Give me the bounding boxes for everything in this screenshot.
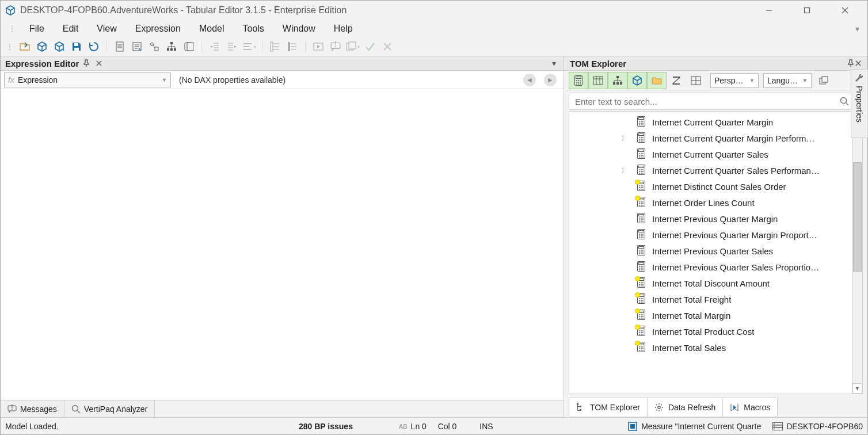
menu-edit[interactable]: Edit	[55, 21, 87, 36]
menu-file[interactable]: File	[21, 21, 52, 36]
svg-rect-32	[805, 8, 810, 13]
run-options-dropdown[interactable]	[345, 39, 361, 54]
dependencies-button[interactable]	[163, 39, 180, 54]
perspective-dropdown[interactable]: Persp… ▼	[710, 73, 759, 88]
filter-cubes-button[interactable]	[627, 72, 647, 89]
open-folder-button[interactable]	[17, 39, 33, 54]
tab-tom-explorer[interactable]: TOM Explorer	[569, 398, 648, 417]
filter-hierarchies-button[interactable]	[608, 72, 627, 89]
save-button[interactable]	[68, 39, 85, 54]
properties-tab-label: Properties	[855, 86, 864, 123]
filter-folders-button[interactable]	[647, 72, 667, 89]
tab-data-refresh[interactable]: Data Refresh	[648, 398, 723, 417]
tom-pin-icon[interactable]	[847, 59, 855, 67]
pin-icon[interactable]	[81, 58, 92, 68]
tree-item[interactable]: Internet Current Quarter Sales	[569, 146, 852, 162]
filter-measures-button[interactable]	[569, 72, 588, 89]
nav-forward-button[interactable]: ►	[544, 74, 557, 86]
status-bp-issues[interactable]: 280 BP issues	[299, 422, 353, 431]
measure-icon	[637, 116, 646, 128]
new-diagram-button[interactable]	[146, 39, 162, 54]
scroll-down-button[interactable]: ▼	[852, 383, 862, 394]
tree-item-label: Internet Distinct Count Sales Order	[652, 182, 786, 192]
properties-tab[interactable]: Properties	[851, 69, 868, 138]
tree-item[interactable]: Internet Previous Quarter Sales	[569, 243, 852, 259]
menu-window[interactable]: Window	[275, 21, 323, 36]
filter-partitions-button[interactable]	[686, 72, 706, 89]
tree-item[interactable]: Internet Total Freight	[569, 291, 852, 307]
comment-button[interactable]	[284, 39, 300, 54]
maximize-button[interactable]	[794, 2, 820, 19]
deploy-model-button[interactable]	[51, 39, 67, 54]
tree-item[interactable]: Internet Total Discount Amount	[569, 275, 852, 291]
tree-item[interactable]: Internet Total Product Cost	[569, 323, 852, 339]
nav-back-button[interactable]: ◄	[523, 74, 536, 86]
tree-item[interactable]: Internet Distinct Count Sales Order	[569, 178, 852, 194]
tom-search-box[interactable]: ▼	[569, 93, 863, 110]
left-pane: Expression Editor ▾ fx Expression ▼ (No …	[1, 56, 564, 417]
menu-view[interactable]: View	[89, 21, 124, 36]
tab-vertipaq-analyzer[interactable]: VertiPaq Analyzer	[64, 400, 155, 417]
tree-item[interactable]: 〉Internet Current Quarter Margin Perform…	[569, 130, 852, 146]
tree-item-label: Internet Previous Quarter Sales Proporti…	[652, 262, 819, 272]
tree-item[interactable]: Internet Total Margin	[569, 307, 852, 323]
outdent-button[interactable]	[207, 39, 223, 54]
tree-item[interactable]: Internet Current Quarter Margin	[569, 114, 852, 130]
menu-help[interactable]: Help	[326, 21, 361, 36]
tree-item-label: Internet Current Quarter Margin	[652, 117, 773, 127]
language-dropdown[interactable]: Langu… ▼	[763, 73, 812, 88]
new-query-button[interactable]	[129, 39, 145, 54]
refresh-button[interactable]	[86, 39, 102, 54]
new-script-button[interactable]	[112, 39, 128, 54]
tom-search-input[interactable]	[574, 96, 837, 107]
accept-button[interactable]	[362, 39, 378, 54]
debug-button[interactable]	[328, 39, 344, 54]
filter-columns-button[interactable]	[588, 72, 608, 89]
svg-rect-41	[271, 42, 273, 51]
measure-icon	[637, 277, 646, 289]
minimize-button[interactable]	[756, 2, 782, 19]
tom-scrollbar[interactable]: ▲ ▼	[852, 112, 862, 394]
panel-overflow-icon[interactable]: ▾	[549, 58, 559, 68]
menu-expression[interactable]: Expression	[127, 21, 189, 36]
expand-chevron-icon[interactable]: 〉	[620, 166, 628, 175]
connect-model-button[interactable]	[34, 39, 50, 54]
menubar-overflow-icon[interactable]: ▾	[855, 24, 859, 33]
expression-editor-body[interactable]	[1, 89, 564, 400]
chevron-down-icon: ▼	[749, 78, 755, 83]
tab-messages-label: Messages	[20, 405, 57, 414]
run-button[interactable]	[310, 39, 326, 54]
scroll-track[interactable]	[852, 122, 862, 383]
tab-messages[interactable]: Messages	[1, 400, 64, 417]
svg-rect-40	[187, 43, 194, 51]
status-server-group: DESKTOP-4FOPB60	[772, 422, 863, 431]
format-dropdown[interactable]	[241, 39, 257, 54]
measure-icon	[637, 165, 646, 176]
tree-item[interactable]: Internet Previous Quarter Margin	[569, 211, 852, 227]
indent-button[interactable]	[224, 39, 240, 54]
expression-type-dropdown[interactable]: fx Expression ▼	[4, 72, 171, 87]
restore-window-button[interactable]	[816, 73, 831, 88]
tab-macros[interactable]: Macros	[723, 398, 778, 417]
tree-item[interactable]: Internet Previous Quarter Margin Proport…	[569, 227, 852, 243]
tom-close-icon[interactable]	[855, 60, 862, 67]
cancel-button[interactable]	[379, 39, 395, 54]
close-button[interactable]	[832, 2, 858, 19]
menu-model[interactable]: Model	[191, 21, 233, 36]
tree-item[interactable]: Internet Order Lines Count	[569, 194, 852, 211]
tree-item[interactable]: 〉Internet Current Quarter Sales Performa…	[569, 162, 852, 178]
filter-sort-button[interactable]	[667, 72, 686, 89]
search-icon[interactable]	[840, 97, 849, 106]
scroll-thumb[interactable]	[853, 162, 862, 272]
tree-item[interactable]: Internet Previous Quarter Sales Proporti…	[569, 259, 852, 275]
preview-data-button[interactable]	[181, 39, 197, 54]
expand-chevron-icon[interactable]: 〉	[620, 134, 628, 143]
tom-explorer-header: TOM Explorer	[564, 56, 867, 71]
tree-item[interactable]: Internet Total Sales	[569, 339, 852, 356]
uncomment-button[interactable]	[267, 39, 283, 54]
measure-icon	[637, 229, 646, 241]
menu-tools[interactable]: Tools	[234, 21, 272, 36]
status-measure: Measure "Internet Current Quarte	[641, 422, 761, 431]
tom-tree[interactable]: Internet Current Quarter Margin〉Internet…	[569, 112, 852, 394]
close-panel-icon[interactable]	[94, 58, 104, 68]
